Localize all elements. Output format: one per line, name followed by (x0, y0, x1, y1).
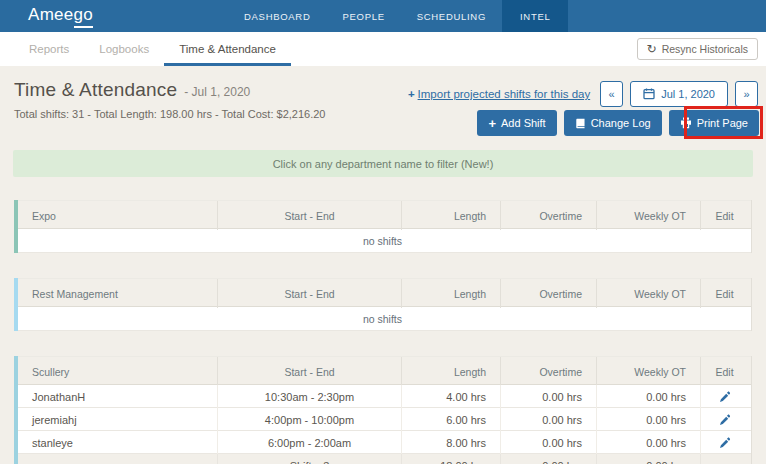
table-header: Scullery Start - End Length Overtime Wee… (14, 356, 751, 385)
table-header: Expo Start - End Length Overtime Weekly … (14, 200, 751, 229)
brand-suffix: go (74, 5, 94, 28)
brand-prefix: Amee (28, 5, 74, 28)
shift-time: 6:00pm - 2:00am (218, 431, 402, 454)
subnav: Reports Logbooks Time & Attendance ↻ Res… (0, 32, 766, 66)
shift-length: 6.00 hrs (402, 408, 501, 431)
change-log-label: Change Log (591, 117, 651, 129)
print-page-button[interactable]: Print Page (669, 110, 759, 136)
col-edit: Edit (701, 279, 748, 308)
summary-shift-count: Shifts: 3 (218, 454, 402, 464)
no-shifts-row: no shifts (14, 307, 751, 331)
employee-name: JonathanH (14, 385, 218, 408)
table-header: Rest Management Start - End Length Overt… (14, 278, 751, 307)
edit-shift-button[interactable] (701, 391, 748, 403)
pencil-icon (719, 414, 731, 426)
nav-item-dashboard[interactable]: DASHBOARD (228, 0, 326, 32)
col-start-end: Start - End (218, 201, 402, 230)
col-edit: Edit (701, 201, 748, 230)
add-shift-label: Add Shift (501, 117, 546, 129)
ameego-logo[interactable]: Amee go (28, 5, 93, 28)
action-buttons-row: + Add Shift Change Log Print Page (477, 110, 759, 136)
date-picker-button[interactable]: Jul 1, 2020 (630, 81, 728, 107)
employee-name: stanleye (14, 431, 218, 454)
nav-item-people[interactable]: PEOPLE (326, 0, 400, 32)
log-book-icon (575, 118, 586, 129)
resync-label: Resync Historicals (662, 43, 748, 55)
department-link-scullery[interactable]: Scullery (14, 357, 218, 386)
department-table-scullery: Scullery Start - End Length Overtime Wee… (14, 356, 752, 464)
shift-length: 4.00 hrs (402, 385, 501, 408)
top-navbar: Amee go DASHBOARD PEOPLE SCHEDULING INTE… (0, 0, 766, 32)
department-link-rest-management[interactable]: Rest Management (14, 279, 218, 308)
col-start-end: Start - End (218, 279, 402, 308)
printer-icon (680, 117, 692, 129)
col-weekly-ot: Weekly OT (597, 201, 701, 230)
employee-name: jeremiahj (14, 408, 218, 431)
rest-management-accent-bar (14, 278, 18, 331)
department-link-expo[interactable]: Expo (14, 201, 218, 230)
department-table-rest-management: Rest Management Start - End Length Overt… (14, 278, 752, 331)
col-length: Length (402, 357, 501, 386)
col-edit: Edit (701, 357, 748, 386)
tab-logbooks[interactable]: Logbooks (84, 32, 164, 66)
plus-icon: + (488, 117, 496, 130)
summary-row: Shifts: 3 18.00 hrs 0.00 hrs 0.00 hrs (14, 454, 751, 464)
col-length: Length (402, 201, 501, 230)
shift-row: stanleye 6:00pm - 2:00am 8.00 hrs 0.00 h… (14, 431, 751, 454)
import-link-label: Import projected shifts for this day (418, 88, 591, 100)
summary-weekly-ot: 0.00 hrs (597, 454, 701, 464)
col-start-end: Start - End (218, 357, 402, 386)
shift-weekly-ot: 0.00 hrs (597, 431, 701, 454)
page-title-text: Time & Attendance (14, 79, 177, 101)
shift-time: 10:30am - 2:30pm (218, 385, 402, 408)
nav-item-intel[interactable]: INTEL (502, 0, 568, 32)
department-table-expo: Expo Start - End Length Overtime Weekly … (14, 200, 752, 253)
filter-info-banner: Click on any department name to filter (… (13, 150, 753, 177)
print-page-label: Print Page (697, 117, 748, 129)
tab-time-attendance[interactable]: Time & Attendance (164, 32, 291, 66)
edit-shift-button[interactable] (701, 437, 748, 449)
edit-shift-button[interactable] (701, 414, 748, 426)
col-overtime: Overtime (501, 201, 597, 230)
change-log-button[interactable]: Change Log (564, 110, 662, 136)
date-controls-row: +Import projected shifts for this day « … (408, 81, 758, 107)
page-title-date: - Jul 1, 2020 (184, 85, 250, 99)
col-overtime: Overtime (501, 357, 597, 386)
shift-time: 4:00pm - 10:00pm (218, 408, 402, 431)
shift-length: 8.00 hrs (402, 431, 501, 454)
pencil-icon (719, 437, 731, 449)
col-weekly-ot: Weekly OT (597, 357, 701, 386)
shift-row: JonathanH 10:30am - 2:30pm 4.00 hrs 0.00… (14, 385, 751, 408)
nav-item-scheduling[interactable]: SCHEDULING (401, 0, 502, 32)
tab-reports[interactable]: Reports (14, 32, 84, 66)
selected-date: Jul 1, 2020 (661, 88, 715, 100)
col-weekly-ot: Weekly OT (597, 279, 701, 308)
col-overtime: Overtime (501, 279, 597, 308)
calendar-icon (643, 88, 655, 100)
summary-overtime: 0.00 hrs (501, 454, 597, 464)
refresh-icon: ↻ (647, 43, 657, 55)
shift-overtime: 0.00 hrs (501, 408, 597, 431)
shift-overtime: 0.00 hrs (501, 385, 597, 408)
shift-weekly-ot: 0.00 hrs (597, 408, 701, 431)
next-day-button[interactable]: » (735, 81, 758, 107)
page-title: Time & Attendance - Jul 1, 2020 (14, 79, 250, 101)
expo-accent-bar (14, 200, 18, 253)
import-projected-shifts-link[interactable]: +Import projected shifts for this day (408, 88, 590, 100)
col-length: Length (402, 279, 501, 308)
prev-day-button[interactable]: « (600, 81, 623, 107)
plus-icon: + (408, 88, 415, 100)
ameego-time-attendance-page: { "colors": { "navbar_bg": "#2a6b9f", "n… (0, 0, 766, 464)
no-shifts-row: no shifts (14, 229, 751, 253)
pencil-icon (719, 391, 731, 403)
scullery-accent-bar (14, 356, 18, 464)
totals-summary: Total shifts: 31 - Total Length: 198.00 … (14, 108, 325, 120)
summary-spacer (14, 454, 218, 464)
main-nav: DASHBOARD PEOPLE SCHEDULING INTEL (228, 0, 568, 32)
resync-historicals-button[interactable]: ↻ Resync Historicals (637, 38, 758, 60)
summary-length: 18.00 hrs (402, 454, 501, 464)
shift-overtime: 0.00 hrs (501, 431, 597, 454)
add-shift-button[interactable]: + Add Shift (477, 110, 556, 136)
summary-spacer (701, 454, 748, 464)
shift-row: jeremiahj 4:00pm - 10:00pm 6.00 hrs 0.00… (14, 408, 751, 431)
